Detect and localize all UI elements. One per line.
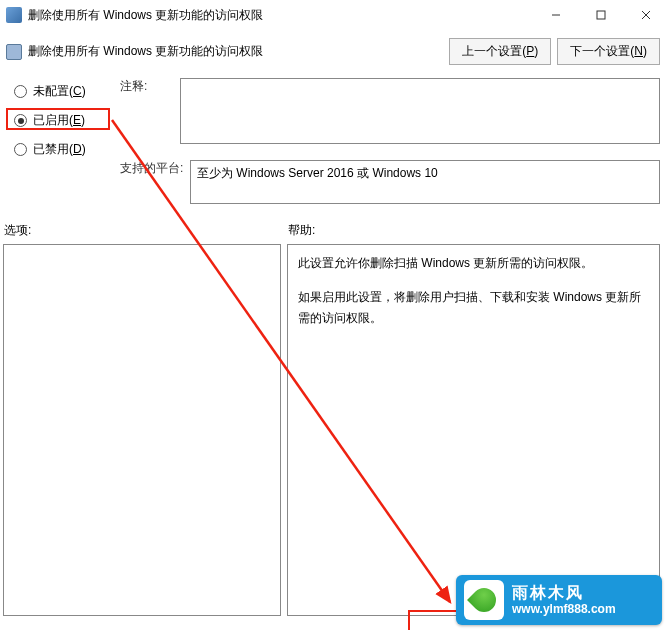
leaf-icon <box>467 583 501 617</box>
policy-icon <box>6 44 22 60</box>
window-controls <box>533 0 668 30</box>
previous-setting-button[interactable]: 上一个设置(P) <box>449 38 551 65</box>
prev-label: 上一个设置(P) <box>462 44 538 58</box>
options-label: 选项: <box>4 222 288 239</box>
watermark-logo <box>464 580 504 620</box>
radio-enabled-label: 已启用(E) <box>33 112 85 129</box>
help-label: 帮助: <box>288 222 660 239</box>
radio-icon <box>14 143 27 156</box>
form-area: 注释: 支持的平台: 至少为 Windows Server 2016 或 Win… <box>120 78 660 210</box>
radio-disabled-label: 已禁用(D) <box>33 141 86 158</box>
radio-enabled[interactable]: 已启用(E) <box>14 112 120 129</box>
watermark-badge: 雨林木风 www.ylmf888.com <box>456 575 662 625</box>
radio-not-configured-label: 未配置(C) <box>33 83 86 100</box>
maximize-icon <box>596 10 606 20</box>
comment-row: 注释: <box>120 78 660 144</box>
watermark-text: 雨林木风 www.ylmf888.com <box>512 583 616 617</box>
supported-label: 支持的平台: <box>120 160 190 204</box>
titlebar: 删除使用所有 Windows 更新功能的访问权限 <box>0 0 668 30</box>
next-setting-button[interactable]: 下一个设置(N) <box>557 38 660 65</box>
window-title: 删除使用所有 Windows 更新功能的访问权限 <box>28 7 533 24</box>
minimize-icon <box>551 10 561 20</box>
header-row: 删除使用所有 Windows 更新功能的访问权限 上一个设置(P) 下一个设置(… <box>0 30 668 73</box>
help-panel: 此设置允许你删除扫描 Windows 更新所需的访问权限。 如果启用此设置，将删… <box>287 244 660 616</box>
next-label: 下一个设置(N) <box>570 44 647 58</box>
state-radios: 未配置(C) 已启用(E) 已禁用(D) <box>0 73 120 158</box>
comment-textarea[interactable] <box>180 78 660 144</box>
watermark-url: www.ylmf888.com <box>512 602 616 616</box>
policy-title: 删除使用所有 Windows 更新功能的访问权限 <box>28 43 443 60</box>
svg-rect-1 <box>597 11 605 19</box>
radio-disabled[interactable]: 已禁用(D) <box>14 141 120 158</box>
close-button[interactable] <box>623 0 668 30</box>
supported-row: 支持的平台: 至少为 Windows Server 2016 或 Windows… <box>120 160 660 204</box>
help-paragraph-2: 如果启用此设置，将删除用户扫描、下载和安装 Windows 更新所需的访问权限。 <box>298 287 649 330</box>
help-paragraph-1: 此设置允许你删除扫描 Windows 更新所需的访问权限。 <box>298 253 649 275</box>
comment-label: 注释: <box>120 78 180 144</box>
maximize-button[interactable] <box>578 0 623 30</box>
close-icon <box>641 10 651 20</box>
minimize-button[interactable] <box>533 0 578 30</box>
radio-icon <box>14 114 27 127</box>
lower-labels: 选项: 帮助: <box>4 222 660 239</box>
watermark-brand: 雨林木风 <box>512 583 616 602</box>
radio-not-configured[interactable]: 未配置(C) <box>14 83 120 100</box>
lower-panels: 此设置允许你删除扫描 Windows 更新所需的访问权限。 如果启用此设置，将删… <box>3 244 660 616</box>
app-icon <box>6 7 22 23</box>
supported-text: 至少为 Windows Server 2016 或 Windows 10 <box>190 160 660 204</box>
options-panel <box>3 244 281 616</box>
radio-icon <box>14 85 27 98</box>
